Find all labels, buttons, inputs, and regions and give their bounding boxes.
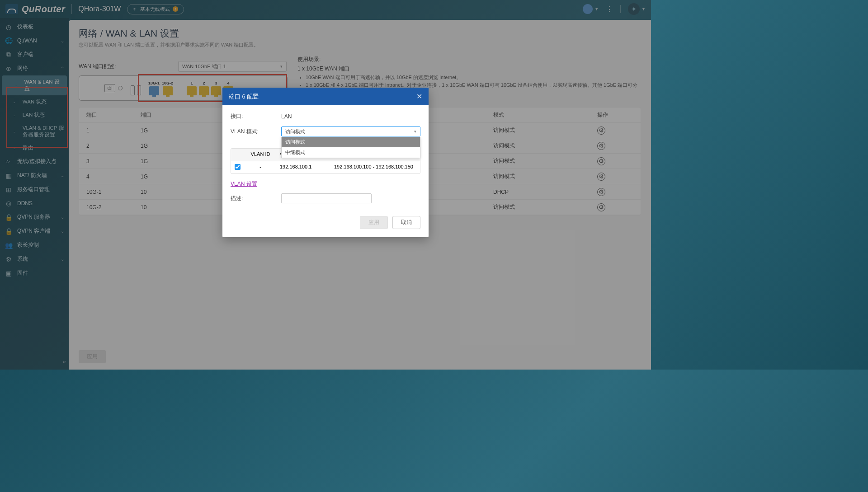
vlan-mode-row: VLAN 模式: 访问模式 ▾ 访问模式 中继模式 xyxy=(231,127,420,136)
vlan-row-checkbox[interactable] xyxy=(235,164,241,170)
interface-row: 接口: LAN xyxy=(231,112,420,120)
port-config-modal: 端口 6 配置 ✕ 接口: LAN VLAN 模式: 访问模式 ▾ 访问模式 中… xyxy=(222,88,429,237)
vlan-mode-dropdown: 访问模式 中继模式 xyxy=(281,137,420,158)
vlan-mode-select[interactable]: 访问模式 ▾ 访问模式 中继模式 xyxy=(281,127,420,136)
vlan-table-row: - 192.168.100.1 192.168.100.100 - 192.16… xyxy=(231,161,420,173)
modal-title: 端口 6 配置 xyxy=(229,93,259,101)
modal-footer: 应用 取消 xyxy=(222,211,429,237)
modal-cancel-button[interactable]: 取消 xyxy=(392,216,420,229)
caret-icon: ▾ xyxy=(414,129,416,134)
vlan-mode-label: VLAN 模式: xyxy=(231,128,281,136)
description-label: 描述: xyxy=(231,195,281,202)
close-button[interactable]: ✕ xyxy=(416,92,422,101)
description-input[interactable] xyxy=(281,193,372,203)
select-value: 访问模式 xyxy=(285,128,305,135)
interface-value: LAN xyxy=(281,113,292,120)
col-vlan-id: VLAN ID xyxy=(245,149,276,161)
modal-header: 端口 6 配置 ✕ xyxy=(222,88,429,105)
cell-vlan-ip: 192.168.100.1 xyxy=(276,161,330,173)
modal-body: 接口: LAN VLAN 模式: 访问模式 ▾ 访问模式 中继模式 VLAN I… xyxy=(222,105,429,211)
cell-vlan-id: - xyxy=(245,161,276,173)
dropdown-option-trunk[interactable]: 中继模式 xyxy=(282,147,420,158)
dropdown-option-access[interactable]: 访问模式 xyxy=(282,137,420,147)
modal-overlay: 端口 6 配置 ✕ 接口: LAN VLAN 模式: 访问模式 ▾ 访问模式 中… xyxy=(0,0,651,370)
vlan-settings-link[interactable]: VLAN 设置 xyxy=(231,180,257,188)
modal-apply-button[interactable]: 应用 xyxy=(360,216,388,229)
description-row: 描述: xyxy=(231,193,420,203)
cell-dhcp-range: 192.168.100.100 - 192.168.100.150 xyxy=(330,161,420,173)
interface-label: 接口: xyxy=(231,112,281,120)
